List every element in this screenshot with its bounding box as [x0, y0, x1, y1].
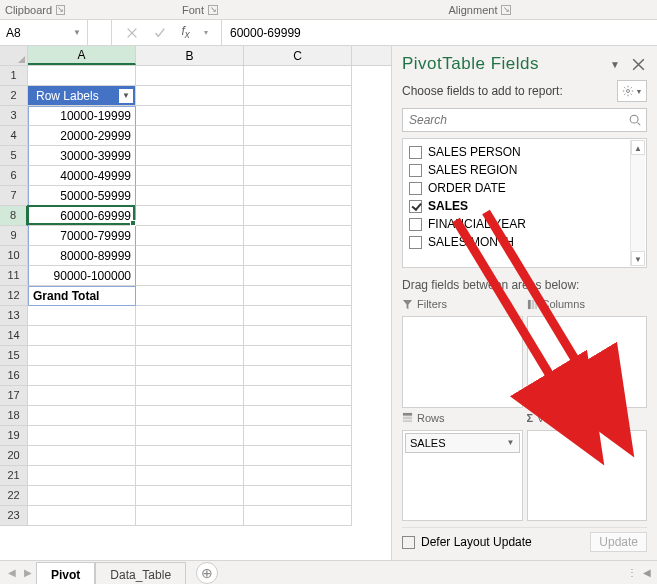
- checkbox[interactable]: [402, 536, 415, 549]
- cell-area[interactable]: Row Labels ▼ 10000-19999 20000-29999 300…: [28, 66, 391, 560]
- row-header[interactable]: 9: [0, 226, 28, 246]
- cell[interactable]: [136, 326, 244, 346]
- pivot-row-item[interactable]: 10000-19999: [28, 106, 136, 126]
- row-header[interactable]: 21: [0, 466, 28, 486]
- enter-icon[interactable]: [153, 26, 167, 40]
- row-header[interactable]: 16: [0, 366, 28, 386]
- rows-dropzone[interactable]: SALES ▼: [402, 430, 523, 522]
- field-item[interactable]: SALES PERSON: [403, 143, 646, 161]
- values-dropzone[interactable]: [527, 430, 648, 522]
- scroll-down-icon[interactable]: ▼: [631, 251, 645, 266]
- row-header[interactable]: 6: [0, 166, 28, 186]
- row-header[interactable]: 18: [0, 406, 28, 426]
- cell[interactable]: [28, 306, 136, 326]
- column-header-c[interactable]: C: [244, 46, 352, 65]
- cell[interactable]: [244, 126, 352, 146]
- cell[interactable]: [244, 286, 352, 306]
- checkbox[interactable]: [409, 236, 422, 249]
- field-chip-sales[interactable]: SALES ▼: [405, 433, 520, 453]
- chevron-down-icon[interactable]: ▼: [73, 28, 81, 37]
- row-header[interactable]: 1: [0, 66, 28, 86]
- cell[interactable]: [244, 326, 352, 346]
- scroll-left-icon[interactable]: ◀: [643, 567, 651, 578]
- dialog-launcher-icon[interactable]: ↘: [208, 5, 218, 15]
- field-item[interactable]: SALES REGION: [403, 161, 646, 179]
- cell[interactable]: [244, 386, 352, 406]
- formula-input[interactable]: 60000-69999: [222, 20, 657, 45]
- cell[interactable]: [28, 386, 136, 406]
- row-header[interactable]: 20: [0, 446, 28, 466]
- cell[interactable]: [244, 66, 352, 86]
- cell[interactable]: [244, 106, 352, 126]
- row-header[interactable]: 23: [0, 506, 28, 526]
- cell[interactable]: [136, 386, 244, 406]
- sheet-tab-datatable[interactable]: Data_Table: [95, 562, 186, 585]
- cell[interactable]: [244, 466, 352, 486]
- cell[interactable]: [136, 286, 244, 306]
- dialog-launcher-icon[interactable]: ↘: [501, 5, 511, 15]
- row-header[interactable]: 5: [0, 146, 28, 166]
- cell[interactable]: [136, 246, 244, 266]
- column-header-a[interactable]: A: [28, 46, 136, 65]
- cell[interactable]: [28, 466, 136, 486]
- row-header[interactable]: 2: [0, 86, 28, 106]
- cell[interactable]: [136, 486, 244, 506]
- ribbon-group-font[interactable]: Font↘: [70, 0, 330, 19]
- cell[interactable]: [136, 126, 244, 146]
- cell[interactable]: [244, 146, 352, 166]
- cell[interactable]: [244, 266, 352, 286]
- chevron-down-icon[interactable]: ▼: [610, 59, 620, 70]
- chevron-down-icon[interactable]: ▼: [507, 438, 515, 447]
- cell[interactable]: [28, 66, 136, 86]
- cell[interactable]: [136, 446, 244, 466]
- cell[interactable]: [244, 226, 352, 246]
- sheet-tab-pivot[interactable]: Pivot: [36, 562, 95, 585]
- row-header[interactable]: 4: [0, 126, 28, 146]
- cell[interactable]: [28, 366, 136, 386]
- pivot-row-item[interactable]: 40000-49999: [28, 166, 136, 186]
- row-header[interactable]: 15: [0, 346, 28, 366]
- pivot-row-item[interactable]: 60000-69999: [28, 206, 136, 226]
- cell[interactable]: [136, 366, 244, 386]
- scroll-up-icon[interactable]: ▲: [631, 140, 645, 155]
- cell[interactable]: [244, 406, 352, 426]
- ribbon-group-alignment[interactable]: Alignment↘: [330, 0, 630, 19]
- cell[interactable]: [244, 486, 352, 506]
- row-header[interactable]: 22: [0, 486, 28, 506]
- cell[interactable]: [136, 86, 244, 106]
- cell[interactable]: [136, 146, 244, 166]
- new-sheet-button[interactable]: ⊕: [196, 562, 218, 584]
- cell[interactable]: [136, 266, 244, 286]
- cell[interactable]: [244, 186, 352, 206]
- dialog-launcher-icon[interactable]: ↘: [56, 5, 65, 15]
- field-item[interactable]: FINANCIAL YEAR: [403, 215, 646, 233]
- row-header[interactable]: 10: [0, 246, 28, 266]
- pivot-row-item[interactable]: 30000-39999: [28, 146, 136, 166]
- cell[interactable]: [244, 446, 352, 466]
- row-header[interactable]: 3: [0, 106, 28, 126]
- field-item[interactable]: SALES: [403, 197, 646, 215]
- name-box[interactable]: A8 ▼: [0, 20, 88, 45]
- cell[interactable]: [136, 166, 244, 186]
- row-header[interactable]: 7: [0, 186, 28, 206]
- tab-split-handle[interactable]: ⋮: [627, 567, 637, 578]
- row-header[interactable]: 13: [0, 306, 28, 326]
- checkbox[interactable]: [409, 146, 422, 159]
- cell[interactable]: [136, 406, 244, 426]
- pivot-row-item[interactable]: 90000-100000: [28, 266, 136, 286]
- checkbox[interactable]: [409, 182, 422, 195]
- cell[interactable]: [136, 206, 244, 226]
- column-header-b[interactable]: B: [136, 46, 244, 65]
- defer-layout-toggle[interactable]: Defer Layout Update: [402, 535, 532, 549]
- row-header[interactable]: 8: [0, 206, 28, 226]
- pivot-row-labels-header[interactable]: Row Labels ▼: [28, 86, 136, 106]
- select-all-corner[interactable]: [0, 46, 28, 65]
- filter-dropdown-icon[interactable]: ▼: [119, 89, 133, 103]
- cell[interactable]: [244, 206, 352, 226]
- field-list[interactable]: SALES PERSON SALES REGION ORDER DATE SAL…: [402, 138, 647, 268]
- cell[interactable]: [136, 106, 244, 126]
- checkbox[interactable]: [409, 218, 422, 231]
- cell[interactable]: [136, 346, 244, 366]
- fx-icon[interactable]: fx: [181, 24, 189, 40]
- cell[interactable]: [244, 426, 352, 446]
